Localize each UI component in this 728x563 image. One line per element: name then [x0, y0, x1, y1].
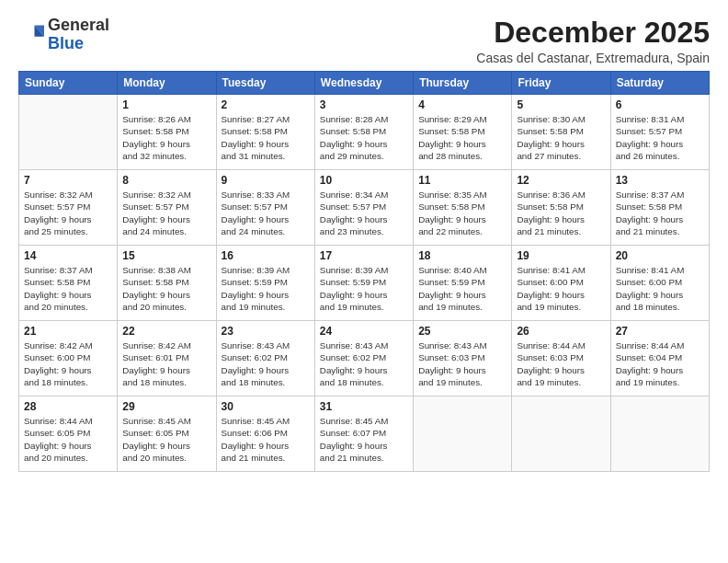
day-number: 15 [122, 249, 210, 262]
day-number: 4 [418, 98, 506, 111]
calendar-cell: 22Sunrise: 8:42 AMSunset: 6:01 PMDayligh… [118, 321, 216, 396]
day-info: Sunrise: 8:37 AMSunset: 5:58 PMDaylight:… [24, 264, 112, 313]
calendar-cell: 20Sunrise: 8:41 AMSunset: 6:00 PMDayligh… [610, 246, 709, 321]
calendar-cell: 9Sunrise: 8:33 AMSunset: 5:57 PMDaylight… [216, 170, 314, 246]
day-info: Sunrise: 8:43 AMSunset: 6:02 PMDaylight:… [320, 339, 408, 388]
day-info: Sunrise: 8:38 AMSunset: 5:58 PMDaylight:… [122, 264, 210, 313]
calendar-cell [414, 396, 512, 472]
calendar-table: SundayMondayTuesdayWednesdayThursdayFrid… [18, 71, 710, 472]
day-number: 30 [222, 400, 310, 413]
day-info: Sunrise: 8:33 AMSunset: 5:57 PMDaylight:… [222, 189, 310, 237]
calendar-cell: 28Sunrise: 8:44 AMSunset: 6:05 PMDayligh… [19, 396, 118, 472]
calendar-week-5: 28Sunrise: 8:44 AMSunset: 6:05 PMDayligh… [19, 396, 710, 472]
day-number: 8 [122, 174, 210, 187]
day-info: Sunrise: 8:29 AMSunset: 5:58 PMDaylight:… [418, 113, 506, 162]
calendar-cell [512, 396, 610, 472]
day-number: 13 [616, 174, 704, 187]
calendar-cell: 10Sunrise: 8:34 AMSunset: 5:57 PMDayligh… [314, 170, 413, 246]
day-info: Sunrise: 8:41 AMSunset: 6:00 PMDaylight:… [616, 264, 704, 313]
day-info: Sunrise: 8:44 AMSunset: 6:04 PMDaylight:… [616, 339, 704, 388]
header-wednesday: Wednesday [314, 72, 413, 95]
calendar-cell [19, 95, 118, 170]
calendar-cell: 23Sunrise: 8:43 AMSunset: 6:02 PMDayligh… [216, 321, 314, 396]
calendar-cell: 1Sunrise: 8:26 AMSunset: 5:58 PMDaylight… [118, 95, 216, 170]
day-number: 11 [418, 174, 506, 187]
day-info: Sunrise: 8:32 AMSunset: 5:57 PMDaylight:… [24, 189, 112, 237]
calendar-cell: 16Sunrise: 8:39 AMSunset: 5:59 PMDayligh… [216, 246, 314, 321]
calendar-cell: 6Sunrise: 8:31 AMSunset: 5:57 PMDaylight… [610, 95, 709, 170]
logo-blue-text: Blue [48, 35, 109, 53]
day-info: Sunrise: 8:45 AMSunset: 6:07 PMDaylight:… [320, 415, 408, 464]
calendar-cell: 11Sunrise: 8:35 AMSunset: 5:58 PMDayligh… [414, 170, 512, 246]
day-info: Sunrise: 8:28 AMSunset: 5:58 PMDaylight:… [320, 113, 408, 162]
logo-icon [18, 22, 44, 48]
calendar-cell: 12Sunrise: 8:36 AMSunset: 5:58 PMDayligh… [512, 170, 610, 246]
day-number: 12 [517, 174, 605, 187]
day-number: 16 [222, 249, 310, 262]
day-number: 18 [418, 249, 506, 262]
title-area: December 2025 Casas del Castanar, Extrem… [476, 17, 710, 65]
calendar-cell [610, 396, 709, 472]
day-info: Sunrise: 8:42 AMSunset: 6:00 PMDaylight:… [24, 339, 112, 388]
calendar-cell: 26Sunrise: 8:44 AMSunset: 6:03 PMDayligh… [512, 321, 610, 396]
day-info: Sunrise: 8:36 AMSunset: 5:58 PMDaylight:… [517, 189, 605, 237]
logo: General Blue [18, 17, 109, 53]
calendar-cell: 4Sunrise: 8:29 AMSunset: 5:58 PMDaylight… [414, 95, 512, 170]
location: Casas del Castanar, Extremadura, Spain [476, 51, 710, 65]
day-info: Sunrise: 8:41 AMSunset: 6:00 PMDaylight:… [517, 264, 605, 313]
day-info: Sunrise: 8:39 AMSunset: 5:59 PMDaylight:… [222, 264, 310, 313]
day-info: Sunrise: 8:32 AMSunset: 5:57 PMDaylight:… [122, 189, 210, 237]
day-number: 1 [122, 98, 210, 111]
day-number: 2 [222, 98, 310, 111]
day-number: 17 [320, 249, 408, 262]
month-title: December 2025 [476, 17, 710, 49]
logo-general-text: General [48, 17, 109, 35]
calendar-cell: 21Sunrise: 8:42 AMSunset: 6:00 PMDayligh… [19, 321, 118, 396]
calendar-cell: 3Sunrise: 8:28 AMSunset: 5:58 PMDaylight… [314, 95, 413, 170]
day-info: Sunrise: 8:34 AMSunset: 5:57 PMDaylight:… [320, 189, 408, 237]
header-area: General Blue December 2025 Casas del Cas… [18, 17, 710, 65]
day-info: Sunrise: 8:43 AMSunset: 6:03 PMDaylight:… [418, 339, 506, 388]
calendar-cell: 25Sunrise: 8:43 AMSunset: 6:03 PMDayligh… [414, 321, 512, 396]
day-info: Sunrise: 8:37 AMSunset: 5:58 PMDaylight:… [616, 189, 704, 237]
header-tuesday: Tuesday [216, 72, 314, 95]
header-sunday: Sunday [19, 72, 118, 95]
calendar-week-1: 1Sunrise: 8:26 AMSunset: 5:58 PMDaylight… [19, 95, 710, 170]
day-info: Sunrise: 8:30 AMSunset: 5:58 PMDaylight:… [517, 113, 605, 162]
day-number: 26 [517, 325, 605, 338]
day-number: 5 [517, 98, 605, 111]
calendar-cell: 17Sunrise: 8:39 AMSunset: 5:59 PMDayligh… [314, 246, 413, 321]
day-number: 23 [222, 325, 310, 338]
day-number: 3 [320, 98, 408, 111]
day-number: 31 [320, 400, 408, 413]
calendar-cell: 27Sunrise: 8:44 AMSunset: 6:04 PMDayligh… [610, 321, 709, 396]
day-number: 21 [24, 325, 112, 338]
calendar-cell: 19Sunrise: 8:41 AMSunset: 6:00 PMDayligh… [512, 246, 610, 321]
day-info: Sunrise: 8:43 AMSunset: 6:02 PMDaylight:… [222, 339, 310, 388]
calendar-cell: 8Sunrise: 8:32 AMSunset: 5:57 PMDaylight… [118, 170, 216, 246]
header-friday: Friday [512, 72, 610, 95]
day-number: 28 [24, 400, 112, 413]
day-info: Sunrise: 8:27 AMSunset: 5:58 PMDaylight:… [222, 113, 310, 162]
calendar-week-2: 7Sunrise: 8:32 AMSunset: 5:57 PMDaylight… [19, 170, 710, 246]
day-info: Sunrise: 8:45 AMSunset: 6:05 PMDaylight:… [122, 415, 210, 464]
calendar-cell: 31Sunrise: 8:45 AMSunset: 6:07 PMDayligh… [314, 396, 413, 472]
day-number: 19 [517, 249, 605, 262]
day-number: 7 [24, 174, 112, 187]
day-number: 6 [616, 98, 704, 111]
day-info: Sunrise: 8:44 AMSunset: 6:03 PMDaylight:… [517, 339, 605, 388]
page-container: General Blue December 2025 Casas del Cas… [0, 0, 728, 483]
day-number: 14 [24, 249, 112, 262]
day-number: 22 [122, 325, 210, 338]
calendar-cell: 29Sunrise: 8:45 AMSunset: 6:05 PMDayligh… [118, 396, 216, 472]
day-info: Sunrise: 8:44 AMSunset: 6:05 PMDaylight:… [24, 415, 112, 464]
header-saturday: Saturday [610, 72, 709, 95]
day-info: Sunrise: 8:40 AMSunset: 5:59 PMDaylight:… [418, 264, 506, 313]
day-info: Sunrise: 8:35 AMSunset: 5:58 PMDaylight:… [418, 189, 506, 237]
day-number: 9 [222, 174, 310, 187]
header-monday: Monday [118, 72, 216, 95]
calendar-cell: 14Sunrise: 8:37 AMSunset: 5:58 PMDayligh… [19, 246, 118, 321]
calendar-cell: 5Sunrise: 8:30 AMSunset: 5:58 PMDaylight… [512, 95, 610, 170]
day-number: 20 [616, 249, 704, 262]
calendar-cell: 13Sunrise: 8:37 AMSunset: 5:58 PMDayligh… [610, 170, 709, 246]
